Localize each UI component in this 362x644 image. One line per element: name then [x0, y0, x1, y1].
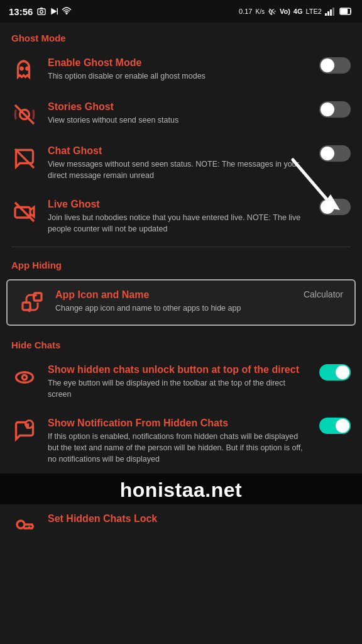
set-hidden-lock-text: Set Hidden Chats Lock: [48, 513, 351, 526]
show-hidden-unlock-item[interactable]: Show hidden chats unlock button at top o…: [0, 355, 362, 409]
svg-text:!: !: [27, 423, 29, 429]
stories-ghost-item[interactable]: Stories Ghost View stories without send …: [0, 92, 362, 136]
chat-ghost-icon: [11, 145, 38, 172]
toggle-knob: [336, 365, 349, 379]
enable-ghost-desc: This option disable or enable all ghost …: [48, 70, 305, 82]
ghost-icon: [11, 57, 38, 84]
main-content: Ghost Mode Enable Ghost Mode This option…: [0, 23, 362, 548]
toggle-knob: [321, 103, 334, 116]
stories-ghost-text: Stories Ghost View stories without send …: [48, 101, 305, 126]
svg-point-1: [40, 11, 43, 14]
show-hidden-unlock-title: Show hidden chats unlock button at top o…: [48, 364, 305, 375]
divider-1: [11, 247, 351, 247]
stories-ghost-title: Stories Ghost: [48, 101, 305, 113]
show-notification-hidden-text: Show Notification From Hidden Chats If t…: [48, 418, 305, 465]
chat-ghost-toggle[interactable]: [319, 145, 351, 162]
svg-rect-11: [341, 9, 348, 14]
show-notification-hidden-title: Show Notification From Hidden Chats: [48, 418, 305, 429]
chat-ghost-title: Chat Ghost: [48, 145, 305, 157]
svg-point-27: [17, 521, 25, 528]
enable-ghost-toggle[interactable]: [319, 57, 351, 74]
notification-hidden-icon: !: [11, 418, 38, 444]
toggle-knob: [321, 58, 334, 72]
svg-point-4: [66, 13, 67, 14]
show-notification-hidden-desc: If this option is enabled, notifications…: [48, 431, 305, 465]
app-icon-name-item[interactable]: App Icon and Name Change app icon and na…: [6, 279, 356, 326]
stories-ghost-desc: View stories without send seen status: [48, 114, 305, 126]
svg-rect-9: [332, 8, 334, 16]
status-right-icons: 0.17 K/s Vo) 4G LTE2: [239, 7, 353, 16]
svg-point-23: [16, 372, 33, 382]
svg-point-13: [26, 67, 29, 70]
live-ghost-toggle[interactable]: [319, 199, 351, 215]
enable-ghost-toggle-wrap: [315, 57, 351, 74]
svg-rect-8: [330, 9, 332, 16]
ghost-mode-header: Ghost Mode: [0, 23, 362, 48]
toggle-knob: [336, 419, 349, 433]
svg-rect-0: [38, 9, 45, 14]
svg-point-24: [22, 375, 27, 380]
stories-ghost-toggle[interactable]: [319, 101, 351, 118]
enable-ghost-title: Enable Ghost Mode: [48, 57, 305, 69]
toggle-knob: [321, 200, 334, 214]
svg-point-12: [21, 67, 23, 70]
show-hidden-unlock-toggle-wrap: [315, 364, 351, 380]
chat-ghost-item[interactable]: Chat Ghost View messages without send se…: [0, 136, 362, 190]
status-bar: 13:56 0.17 K/s Vo) 4G LTE2: [0, 0, 362, 23]
key-icon: [11, 513, 38, 540]
svg-marker-2: [51, 8, 57, 15]
show-hidden-unlock-desc: The eye button will be displayed in the …: [48, 377, 305, 400]
eye-icon: [11, 364, 38, 391]
svg-line-15: [15, 105, 34, 124]
show-notification-hidden-item[interactable]: ! Show Notification From Hidden Chats If…: [0, 409, 362, 474]
app-icon-name-title: App Icon and Name: [55, 289, 293, 301]
chat-ghost-toggle-wrap: [315, 145, 351, 162]
chat-ghost-text: Chat Ghost View messages without send se…: [48, 145, 305, 181]
stories-ghost-icon: [11, 101, 38, 128]
app-hiding-header: App Hiding: [0, 250, 362, 275]
watermark-text: honistaa.net: [120, 479, 242, 501]
app-icon-name-value: Calculator: [304, 289, 343, 299]
enable-ghost-text: Enable Ghost Mode This option disable or…: [48, 57, 305, 82]
ghost-mode-section: Ghost Mode Enable Ghost Mode This option…: [0, 23, 362, 244]
app-icon-change-icon: [19, 289, 45, 316]
show-hidden-unlock-text: Show hidden chats unlock button at top o…: [48, 364, 305, 400]
live-ghost-title: Live Ghost: [48, 199, 305, 210]
live-ghost-icon: [11, 199, 38, 225]
watermark-bar: honistaa.net: [0, 474, 362, 504]
hide-chats-section: Hide Chats Show hidden chats unlock butt…: [0, 330, 362, 549]
live-ghost-item[interactable]: Live Ghost Join lives but nobodies notic…: [0, 190, 362, 243]
show-notification-hidden-toggle-wrap: [315, 418, 351, 434]
stories-ghost-toggle-wrap: [315, 101, 351, 118]
live-ghost-toggle-wrap: [315, 199, 351, 215]
status-icons-left: [36, 6, 71, 17]
chat-ghost-desc: View messages without send seen status. …: [48, 158, 305, 181]
toggle-knob: [321, 147, 334, 160]
live-ghost-text: Live Ghost Join lives but nobodies notic…: [48, 199, 305, 235]
enable-ghost-item[interactable]: Enable Ghost Mode This option disable or…: [0, 48, 362, 92]
app-icon-name-desc: Change app icon and name to other apps t…: [55, 303, 293, 314]
show-notification-hidden-toggle[interactable]: [319, 418, 351, 434]
svg-rect-3: [57, 8, 58, 15]
svg-rect-7: [327, 11, 329, 16]
live-ghost-desc: Join lives but nobodies notice that you …: [48, 212, 305, 235]
hide-chats-header: Hide Chats: [0, 330, 362, 355]
app-icon-name-text: App Icon and Name Change app icon and na…: [55, 289, 293, 314]
svg-rect-6: [325, 13, 327, 16]
app-icon-name-value-wrap: Calculator: [304, 289, 343, 299]
show-hidden-unlock-toggle[interactable]: [319, 364, 351, 380]
set-hidden-lock-title: Set Hidden Chats Lock: [48, 513, 351, 525]
set-hidden-lock-item[interactable]: Set Hidden Chats Lock: [0, 504, 362, 548]
status-time: 13:56: [9, 6, 33, 17]
app-hiding-section: App Hiding App Icon and Name Change app …: [0, 250, 362, 326]
